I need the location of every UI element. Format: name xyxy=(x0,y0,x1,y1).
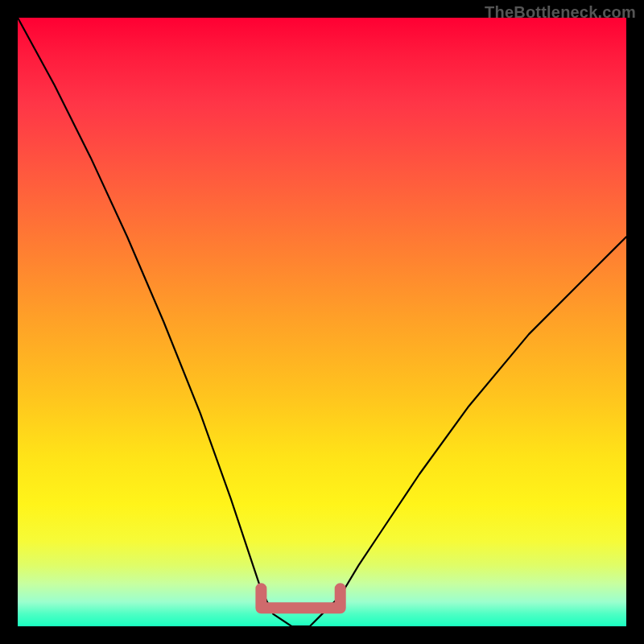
bottleneck-curve xyxy=(18,18,626,626)
chart-frame: TheBottleneck.com xyxy=(0,0,644,644)
plot-area xyxy=(18,18,626,626)
chart-svg xyxy=(18,18,626,626)
optimal-bracket xyxy=(261,588,340,608)
watermark-text: TheBottleneck.com xyxy=(485,3,636,22)
